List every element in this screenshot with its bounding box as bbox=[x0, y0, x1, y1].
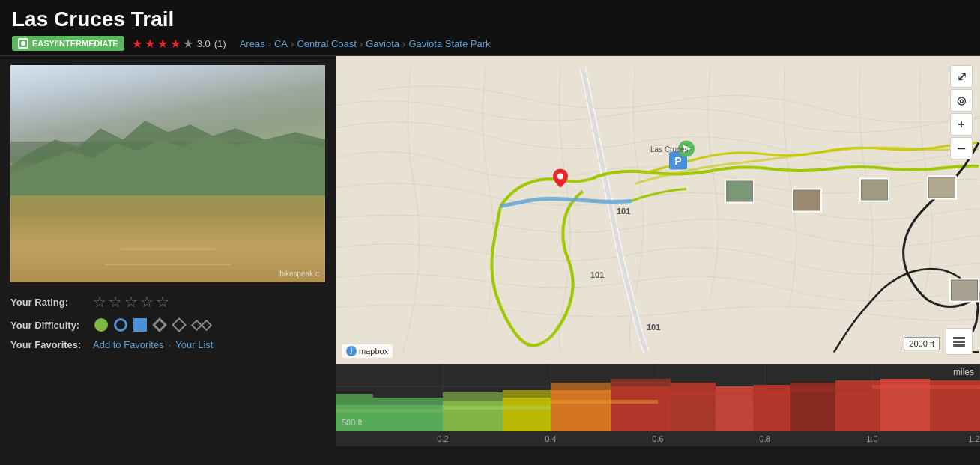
image-watermark: hikespeak.c bbox=[279, 270, 319, 278]
fullscreen-button[interactable]: ⤢ bbox=[950, 65, 973, 88]
mapbox-info-icon: i bbox=[346, 346, 357, 356]
map-layers-button[interactable] bbox=[946, 328, 973, 355]
sep-1: › bbox=[268, 38, 271, 49]
user-star-2[interactable]: ☆ bbox=[109, 293, 122, 311]
diff-green-circle[interactable] bbox=[93, 317, 109, 333]
svg-text:P: P bbox=[674, 155, 681, 167]
svg-point-10 bbox=[557, 174, 563, 180]
star-1: ★ bbox=[132, 37, 142, 51]
star-5-empty: ★ bbox=[183, 37, 193, 51]
right-panel: 101 101 101 bbox=[336, 56, 980, 446]
your-rating-label: Your Rating: bbox=[10, 297, 93, 308]
svg-rect-24 bbox=[953, 344, 965, 347]
svg-rect-23 bbox=[953, 341, 965, 343]
svg-rect-54 bbox=[443, 406, 551, 410]
dot-sep: · bbox=[169, 339, 172, 350]
user-star-4[interactable]: ☆ bbox=[140, 293, 154, 311]
trail-image[interactable]: hikespeak.c bbox=[10, 65, 325, 282]
zoom-in-button[interactable]: + bbox=[950, 113, 973, 136]
difficulty-icon bbox=[18, 38, 28, 49]
svg-text:0.8: 0.8 bbox=[759, 434, 770, 443]
main-content: hikespeak.c Your Rating: ☆ ☆ ☆ ☆ ☆ Your … bbox=[0, 56, 980, 446]
mapbox-logo: i mapbox bbox=[342, 344, 393, 358]
breadcrumb-state-park[interactable]: Gaviota State Park bbox=[408, 38, 490, 49]
diff-circle-shape bbox=[94, 318, 108, 332]
locate-button[interactable]: ◎ bbox=[950, 89, 973, 112]
difficulty-icons bbox=[93, 317, 213, 333]
svg-rect-37 bbox=[373, 398, 443, 405]
star-3: ★ bbox=[157, 37, 168, 51]
svg-rect-40 bbox=[503, 398, 551, 431]
breadcrumb-gaviota[interactable]: Gaviota bbox=[366, 38, 399, 49]
elevation-svg: 0.2 0.4 0.6 0.8 1.0 1.2 bbox=[336, 364, 980, 446]
zoom-out-button[interactable]: − bbox=[950, 137, 973, 159]
svg-rect-48 bbox=[753, 385, 790, 431]
diff-diamond-outline-shape bbox=[172, 317, 187, 332]
breadcrumb-areas[interactable]: Areas bbox=[240, 38, 265, 49]
diff-diamond-shape bbox=[152, 317, 167, 332]
svg-rect-43 bbox=[551, 383, 611, 390]
user-star-5[interactable]: ☆ bbox=[156, 293, 169, 311]
user-stars[interactable]: ☆ ☆ ☆ ☆ ☆ bbox=[93, 293, 169, 311]
stars-area: ★ ★ ★ ★ ★ 3.0 (1) bbox=[132, 37, 226, 51]
double-diamond-right bbox=[201, 319, 213, 331]
user-star-3[interactable]: ☆ bbox=[124, 293, 138, 311]
svg-text:0.2: 0.2 bbox=[437, 434, 448, 443]
map-scale: 2000 ft bbox=[904, 337, 940, 350]
rating-section: Your Rating: ☆ ☆ ☆ ☆ ☆ Your Difficulty: bbox=[0, 288, 336, 355]
your-list-link[interactable]: Your List bbox=[175, 339, 213, 350]
diff-double-diamond[interactable] bbox=[190, 317, 213, 333]
map-container[interactable]: 101 101 101 bbox=[336, 56, 980, 364]
elevation-ft-label: 500 ft bbox=[342, 418, 363, 427]
breadcrumb-ca[interactable]: CA bbox=[274, 38, 288, 49]
trail-image-inner bbox=[10, 65, 325, 282]
svg-rect-58 bbox=[872, 385, 980, 389]
svg-text:0.4: 0.4 bbox=[545, 434, 556, 443]
sep-3: › bbox=[360, 38, 363, 49]
diff-diamond-outline[interactable] bbox=[171, 317, 187, 333]
svg-text:0.6: 0.6 bbox=[652, 434, 663, 443]
elevation-miles-label: miles bbox=[953, 367, 974, 377]
diff-black-diamond[interactable] bbox=[151, 317, 168, 333]
diff-circle-blue-shape bbox=[114, 318, 127, 332]
star-4-half: ★ bbox=[170, 37, 181, 51]
breadcrumb: Areas › CA › Central Coast › Gaviota › G… bbox=[240, 38, 491, 49]
svg-rect-57 bbox=[765, 388, 872, 392]
svg-rect-14 bbox=[794, 191, 820, 210]
your-favorites-row: Your Favorites: Add to Favorites · Your … bbox=[10, 339, 325, 350]
map-svg: 101 101 101 bbox=[336, 56, 980, 364]
svg-rect-53 bbox=[336, 409, 443, 413]
svg-rect-56 bbox=[658, 392, 765, 396]
svg-rect-2 bbox=[336, 68, 980, 353]
rating-count: (1) bbox=[214, 38, 226, 49]
add-to-favorites-link[interactable]: Add to Favorites bbox=[93, 339, 164, 350]
svg-text:101: 101 bbox=[647, 323, 660, 332]
your-difficulty-label: Your Difficulty: bbox=[10, 320, 93, 331]
trail-title: Las Cruces Trail bbox=[12, 7, 968, 31]
breadcrumb-central-coast[interactable]: Central Coast bbox=[297, 38, 356, 49]
layers-icon bbox=[952, 334, 967, 349]
svg-rect-39 bbox=[443, 392, 503, 401]
your-difficulty-row: Your Difficulty: bbox=[10, 317, 325, 333]
star-2: ★ bbox=[145, 37, 155, 51]
svg-rect-12 bbox=[727, 182, 752, 201]
favorites-links: Add to Favorites · Your List bbox=[93, 339, 213, 350]
mapbox-label: mapbox bbox=[359, 347, 388, 356]
diff-blue-square[interactable] bbox=[132, 317, 148, 333]
rating-value: 3.0 bbox=[197, 38, 211, 49]
left-panel: hikespeak.c Your Rating: ☆ ☆ ☆ ☆ ☆ Your … bbox=[0, 56, 336, 446]
your-rating-row: Your Rating: ☆ ☆ ☆ ☆ ☆ bbox=[10, 293, 325, 311]
svg-rect-46 bbox=[671, 383, 716, 431]
svg-text:101: 101 bbox=[590, 270, 604, 279]
difficulty-badge: EASY/INTERMEDIATE bbox=[12, 36, 124, 51]
svg-rect-41 bbox=[503, 390, 551, 398]
user-star-1[interactable]: ☆ bbox=[93, 293, 106, 311]
sep-4: › bbox=[402, 38, 405, 49]
svg-rect-16 bbox=[862, 180, 887, 200]
svg-text:101: 101 bbox=[617, 207, 630, 216]
diff-blue-circle[interactable] bbox=[112, 317, 129, 333]
svg-rect-36 bbox=[336, 394, 373, 405]
header: Las Cruces Trail EASY/INTERMEDIATE ★ ★ ★… bbox=[0, 0, 980, 56]
meta-row: EASY/INTERMEDIATE ★ ★ ★ ★ ★ 3.0 (1) Area… bbox=[12, 36, 968, 51]
elevation-chart: miles 500 ft bbox=[336, 364, 980, 446]
